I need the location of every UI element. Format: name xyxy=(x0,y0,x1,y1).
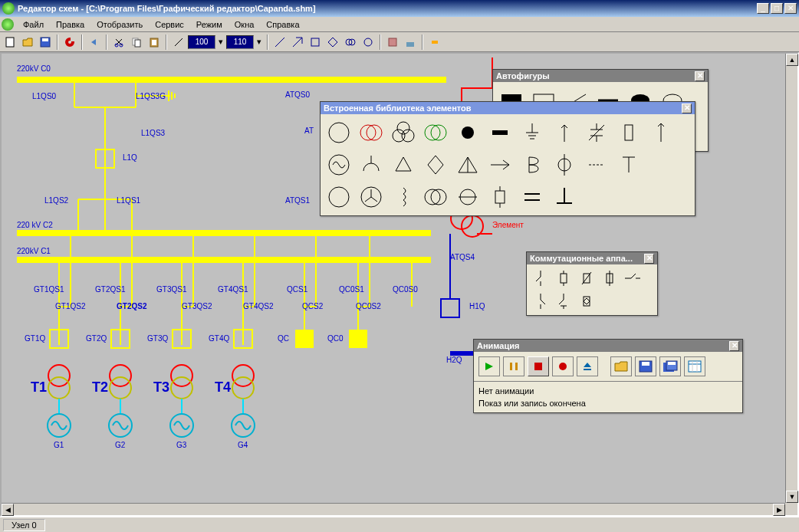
sw-2-icon[interactable] xyxy=(553,268,574,289)
scroll-left-button[interactable]: ◀ xyxy=(2,504,14,516)
lib-t-icon[interactable] xyxy=(613,149,644,180)
lib-capacitor-icon[interactable] xyxy=(581,117,612,148)
palette-switching[interactable]: Коммутационные аппа... ✕ xyxy=(526,251,658,316)
tool-h[interactable] xyxy=(402,34,419,51)
tool-d[interactable] xyxy=(324,34,341,51)
tool-a[interactable] xyxy=(271,34,288,51)
minimize-button[interactable]: _ xyxy=(757,3,769,14)
scroll-down-button[interactable]: ▼ xyxy=(786,491,798,503)
sw-5-icon[interactable] xyxy=(622,268,643,289)
anim-eject-button[interactable] xyxy=(577,356,598,376)
tool-g[interactable] xyxy=(384,34,401,51)
tool-b[interactable] xyxy=(289,34,306,51)
line-tool[interactable] xyxy=(170,34,187,51)
lib-triangle-icon[interactable] xyxy=(388,149,419,180)
lib-sine-icon[interactable] xyxy=(324,149,354,180)
anim-pause-button[interactable] xyxy=(503,356,524,376)
lib-halfcircle-icon[interactable] xyxy=(356,149,386,180)
copy-button[interactable] xyxy=(128,34,145,51)
statusbar: Узел 0 xyxy=(0,517,799,532)
refresh-button[interactable] xyxy=(61,34,78,51)
lib-circles2-red-icon[interactable] xyxy=(356,117,386,148)
palette-switching-title[interactable]: Коммутационные аппа... ✕ xyxy=(527,252,657,264)
lib-rectver-icon[interactable] xyxy=(613,117,644,148)
palette-switching-close[interactable]: ✕ xyxy=(644,254,654,264)
lib-diamond-icon[interactable] xyxy=(420,149,451,180)
palette-library[interactable]: Встроенная библиотека элементов ✕ xyxy=(320,101,695,216)
scale-input-1[interactable]: 100 xyxy=(188,35,215,49)
menu-mode[interactable]: Режим xyxy=(190,18,229,31)
new-button[interactable] xyxy=(2,34,18,51)
anim-stop-button[interactable] xyxy=(528,356,549,376)
lib-circles2-green-icon[interactable] xyxy=(420,117,451,148)
vertical-scrollbar[interactable]: ▲ ▼ xyxy=(785,54,797,503)
palette-animation-title[interactable]: Анимация ✕ xyxy=(474,340,742,352)
sw-8-icon[interactable] xyxy=(576,291,597,312)
menu-windows[interactable]: Окна xyxy=(229,18,261,31)
lib-twocircle-icon[interactable] xyxy=(420,182,451,212)
menu-help[interactable]: Справка xyxy=(260,18,305,31)
lib-arrows-icon[interactable] xyxy=(485,149,515,180)
lib-arrow-up-icon[interactable] xyxy=(549,117,580,148)
anim-saveall-button[interactable] xyxy=(659,356,681,376)
palette-autoshapes-title[interactable]: Автофигуры ✕ xyxy=(493,70,708,82)
palette-switching-title-text: Коммутационные аппа... xyxy=(530,254,633,263)
undo-button[interactable] xyxy=(86,34,103,51)
menu-file[interactable]: Файл xyxy=(17,18,50,31)
lib-wye-icon[interactable] xyxy=(356,182,386,212)
lib-sq-line-icon[interactable] xyxy=(485,182,515,212)
palette-autoshapes-close[interactable]: ✕ xyxy=(695,71,705,81)
tool-c[interactable] xyxy=(307,34,324,51)
lib-phi-icon[interactable] xyxy=(549,149,580,180)
sw-6-icon[interactable] xyxy=(530,291,551,312)
lib-circles3-icon[interactable] xyxy=(388,117,419,148)
lib-b-icon[interactable] xyxy=(517,149,547,180)
lib-circle-icon[interactable] xyxy=(324,117,354,148)
paste-button[interactable] xyxy=(146,34,163,51)
open-button[interactable] xyxy=(19,34,36,51)
canvas[interactable]: 220kV C0 220 kV C2 220kV C1 L1QS0 L1QS3G… xyxy=(2,54,785,503)
lib-cap2-icon[interactable] xyxy=(517,182,547,212)
scale-updown-1[interactable]: ▾ xyxy=(216,34,225,51)
palette-animation-close[interactable]: ✕ xyxy=(729,341,739,351)
anim-folder-button[interactable] xyxy=(610,356,632,376)
anim-play-button[interactable] xyxy=(478,356,500,376)
menu-edit[interactable]: Правка xyxy=(50,18,90,31)
palette-library-title[interactable]: Встроенная библиотека элементов ✕ xyxy=(321,102,695,114)
lib-arrow-up2-icon[interactable] xyxy=(646,117,676,148)
lib-blank1-icon[interactable] xyxy=(646,149,676,180)
scroll-right-button[interactable]: ▶ xyxy=(773,504,785,516)
lib-ground-icon[interactable] xyxy=(517,117,547,148)
menu-service[interactable]: Сервис xyxy=(149,18,190,31)
sw-1-icon[interactable] xyxy=(530,268,551,289)
lib-perp-icon[interactable] xyxy=(549,182,580,212)
tool-i[interactable] xyxy=(426,34,443,51)
tool-e[interactable] xyxy=(342,34,359,51)
lib-dash-icon[interactable] xyxy=(581,149,612,180)
scale-input-2[interactable]: 110 xyxy=(226,35,254,49)
lib-circle2-icon[interactable] xyxy=(324,182,354,212)
sw-4-icon[interactable] xyxy=(599,268,620,289)
lib-ct-icon[interactable] xyxy=(452,182,483,212)
lib-dot-icon[interactable] xyxy=(452,117,483,148)
scroll-up-button[interactable]: ▲ xyxy=(786,54,798,66)
tool-f[interactable] xyxy=(360,34,376,51)
save-button[interactable] xyxy=(37,34,54,51)
anim-record-button[interactable] xyxy=(552,356,574,376)
menu-view[interactable]: Отобразить xyxy=(90,18,149,31)
palette-library-close[interactable]: ✕ xyxy=(682,103,692,113)
svg-rect-18 xyxy=(17,230,431,236)
sw-7-icon[interactable] xyxy=(553,291,574,312)
scale-updown-2[interactable]: ▾ xyxy=(255,34,264,51)
close-button[interactable]: ✕ xyxy=(784,3,797,14)
anim-calendar-button[interactable] xyxy=(684,356,705,376)
palette-animation[interactable]: Анимация ✕ Нет анимации Показ или запись… xyxy=(473,339,743,413)
horizontal-scrollbar[interactable]: ◀ ▶ xyxy=(2,503,785,515)
sw-3-icon[interactable] xyxy=(576,268,597,289)
lib-triangle2-icon[interactable] xyxy=(452,149,483,180)
anim-save-button[interactable] xyxy=(635,356,656,376)
lib-bar-icon[interactable] xyxy=(485,117,515,148)
cut-button[interactable] xyxy=(110,34,127,51)
lib-coil-icon[interactable] xyxy=(388,182,419,212)
maximize-button[interactable]: □ xyxy=(771,3,783,14)
